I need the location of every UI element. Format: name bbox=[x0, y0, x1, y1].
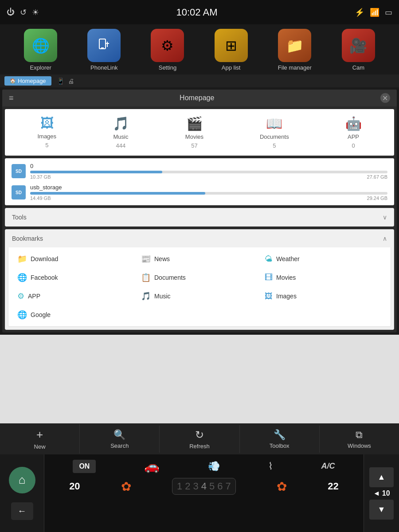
storage-usb-name: usb_storage bbox=[30, 184, 387, 191]
storage-0-name: 0 bbox=[30, 163, 387, 169]
car-top-row: ON 🚗 💨 ⌇ A/C bbox=[49, 459, 359, 473]
movies-count: 57 bbox=[191, 142, 197, 149]
volume-down-button[interactable]: ▼ bbox=[369, 500, 394, 520]
file-movies[interactable]: 🎬 Movies 57 bbox=[185, 116, 203, 149]
tab-homepage-label: Homepage bbox=[18, 78, 46, 84]
cam-icon: 🎥 bbox=[342, 29, 375, 62]
hamburger-menu[interactable]: ≡ bbox=[9, 94, 14, 103]
bookmark-download[interactable]: 📁 Download bbox=[15, 252, 137, 266]
toolbar-toolbox[interactable]: 🔧 Toolbox bbox=[240, 426, 320, 453]
toolbar-new[interactable]: + New bbox=[0, 424, 80, 454]
tab-phone-icon: 📱 bbox=[57, 78, 64, 85]
close-button[interactable]: ✕ bbox=[380, 93, 390, 103]
car-num-6: 6 bbox=[217, 481, 223, 492]
car-num-4: 4 bbox=[201, 481, 207, 492]
music-label: Music bbox=[113, 133, 128, 140]
car-num-7: 7 bbox=[226, 481, 231, 492]
storage-0-info: 0 10.37 GB 27.67 GB bbox=[30, 163, 387, 180]
bookmarks-section: Bookmarks ∧ 📁 Download 📰 News 🌤 Weather bbox=[5, 229, 394, 330]
storage-0-used: 10.37 GB bbox=[30, 174, 51, 180]
music-count: 444 bbox=[116, 142, 126, 149]
refresh-status-icon[interactable]: ↺ bbox=[20, 8, 27, 17]
back-icon: ← bbox=[18, 506, 27, 516]
file-app[interactable]: 🤖 APP 0 bbox=[345, 116, 362, 149]
app-filemanager[interactable]: 📁 File manager bbox=[278, 29, 312, 71]
music-bm-icon: 🎵 bbox=[141, 291, 151, 301]
app-applist[interactable]: ⊞ App list bbox=[215, 29, 248, 71]
images-icon: 🖼 bbox=[40, 116, 54, 131]
bookmark-app[interactable]: ⚙ APP bbox=[15, 289, 137, 303]
clock: 10:02 AM bbox=[176, 7, 218, 18]
app-bm-label: APP bbox=[28, 293, 40, 300]
cam-label: Cam bbox=[352, 64, 364, 71]
app-cam[interactable]: 🎥 Cam bbox=[342, 29, 375, 71]
images-bm-label: Images bbox=[276, 293, 297, 300]
power-icon[interactable]: ⏻ bbox=[7, 8, 15, 17]
new-icon: + bbox=[36, 428, 43, 442]
windows-label: Windows bbox=[348, 442, 371, 449]
app-explorer[interactable]: 🌐 Explorer bbox=[24, 29, 57, 71]
bookmark-images[interactable]: 🖼 Images bbox=[262, 289, 384, 303]
car-fan-right-icon: ✿ bbox=[277, 479, 287, 494]
storage-usb-bar bbox=[30, 192, 205, 195]
car-on-button[interactable]: ON bbox=[73, 460, 96, 473]
toolbar-windows[interactable]: ⧉ Windows bbox=[320, 426, 399, 453]
toolbar-refresh[interactable]: ↻ Refresh bbox=[160, 425, 239, 453]
car-num-3: 3 bbox=[193, 481, 199, 492]
google-label: Google bbox=[31, 311, 51, 318]
bookmark-google[interactable]: 🌐 Google bbox=[15, 308, 137, 322]
movies-label: Movies bbox=[185, 133, 203, 140]
car-bottom-row: 20 ✿ 1 2 3 4 5 6 7 ✿ 22 bbox=[49, 478, 359, 495]
storage-0-sizes: 10.37 GB 27.67 GB bbox=[30, 174, 387, 180]
home-tab-icon: 🏠 bbox=[10, 78, 16, 84]
storage-0-total: 27.67 GB bbox=[367, 174, 387, 180]
app-setting[interactable]: ⚙ Setting bbox=[151, 29, 184, 71]
storage-usb-sizes: 14.49 GB 29.24 GB bbox=[30, 196, 387, 201]
refresh-icon: ↻ bbox=[195, 429, 204, 441]
weather-label: Weather bbox=[276, 255, 300, 262]
bookmarks-header[interactable]: Bookmarks ∧ bbox=[5, 230, 394, 247]
bookmarks-content: 📁 Download 📰 News 🌤 Weather 🌐 Facebook bbox=[8, 247, 391, 327]
new-label: New bbox=[34, 443, 46, 450]
explorer-label: Explorer bbox=[30, 64, 51, 71]
movies-bm-label: Movies bbox=[276, 274, 296, 281]
tab-homepage[interactable]: 🏠 Homepage bbox=[4, 76, 51, 86]
toolbar-search[interactable]: 🔍 Search bbox=[80, 426, 160, 453]
app-file-icon: 🤖 bbox=[345, 116, 362, 131]
bookmark-weather[interactable]: 🌤 Weather bbox=[262, 252, 384, 266]
toolbox-icon: 🔧 bbox=[274, 429, 286, 441]
status-right-icons: ⚡ 📶 ▭ bbox=[355, 8, 392, 17]
bookmarks-grid: 📁 Download 📰 News 🌤 Weather 🌐 Facebook bbox=[15, 252, 384, 322]
bookmark-news[interactable]: 📰 News bbox=[139, 252, 260, 266]
homepage-panel: ≡ Homepage ✕ 🖼 Images 5 🎵 Music 444 🎬 Mo… bbox=[2, 90, 397, 332]
homepage-header: ≡ Homepage ✕ bbox=[2, 90, 397, 106]
bookmarks-arrow-icon: ∧ bbox=[383, 235, 387, 242]
documents-bm-label: Documents bbox=[154, 274, 186, 281]
sd-icon-usb: SD bbox=[12, 185, 26, 200]
brightness-icon[interactable]: ☀ bbox=[32, 8, 39, 17]
volume-level: ◄ 10 bbox=[373, 489, 390, 497]
tools-header[interactable]: Tools ∨ bbox=[5, 208, 394, 226]
download-icon: 📁 bbox=[17, 254, 27, 264]
file-images[interactable]: 🖼 Images 5 bbox=[37, 116, 56, 149]
search-icon: 🔍 bbox=[113, 429, 125, 441]
tab-print-icon: 🖨 bbox=[68, 78, 74, 85]
music-bm-label: Music bbox=[154, 293, 171, 300]
app-icons-row: 🌐 Explorer PhoneLink ⚙ Setting ⊞ App lis… bbox=[0, 24, 399, 74]
car-right-temp: 22 bbox=[328, 481, 338, 492]
setting-label: Setting bbox=[159, 64, 176, 71]
bookmark-documents[interactable]: 📋 Documents bbox=[139, 270, 260, 285]
setting-icon: ⚙ bbox=[151, 29, 184, 62]
movies-bm-icon: 🎞 bbox=[265, 273, 273, 282]
car-home-button[interactable]: ⌂ bbox=[9, 467, 35, 493]
bookmark-movies[interactable]: 🎞 Movies bbox=[262, 270, 384, 285]
applist-label: App list bbox=[222, 64, 241, 71]
status-left-icons: ⏻ ↺ ☀ bbox=[7, 8, 39, 17]
bookmark-music[interactable]: 🎵 Music bbox=[139, 289, 260, 303]
file-documents[interactable]: 📖 Documents 5 bbox=[260, 116, 289, 149]
bookmark-facebook[interactable]: 🌐 Facebook bbox=[15, 270, 137, 285]
file-music[interactable]: 🎵 Music 444 bbox=[113, 116, 129, 149]
car-back-button[interactable]: ← bbox=[11, 502, 33, 520]
app-phonelink[interactable]: PhoneLink bbox=[87, 29, 121, 71]
volume-up-button[interactable]: ▲ bbox=[369, 467, 394, 487]
